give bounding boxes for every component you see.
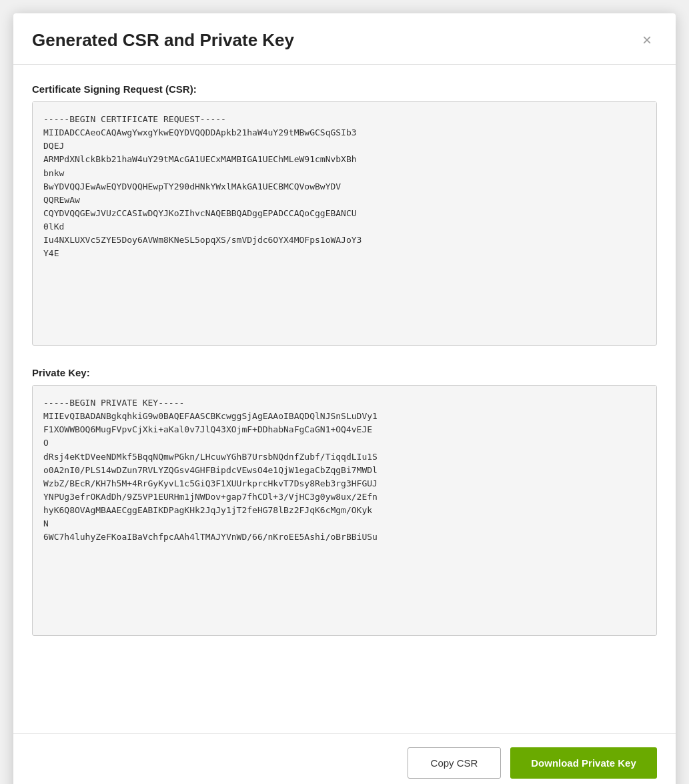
csr-section-label: Certificate Signing Request (CSR): bbox=[32, 83, 657, 95]
pk-textarea[interactable] bbox=[33, 386, 656, 633]
download-private-key-button[interactable]: Download Private Key bbox=[510, 747, 657, 779]
modal-body: Certificate Signing Request (CSR): Priva… bbox=[13, 65, 676, 733]
pk-section-label: Private Key: bbox=[32, 367, 657, 378]
modal-header: Generated CSR and Private Key × bbox=[13, 13, 676, 65]
pk-textarea-wrapper bbox=[32, 385, 657, 636]
close-button[interactable]: × bbox=[637, 29, 657, 51]
modal-title: Generated CSR and Private Key bbox=[32, 30, 294, 51]
csr-textarea-wrapper bbox=[32, 101, 657, 346]
copy-csr-button[interactable]: Copy CSR bbox=[408, 747, 501, 779]
modal-footer: Copy CSR Download Private Key bbox=[13, 733, 676, 784]
modal-container: Generated CSR and Private Key × Certific… bbox=[13, 13, 676, 784]
csr-textarea[interactable] bbox=[33, 102, 656, 342]
